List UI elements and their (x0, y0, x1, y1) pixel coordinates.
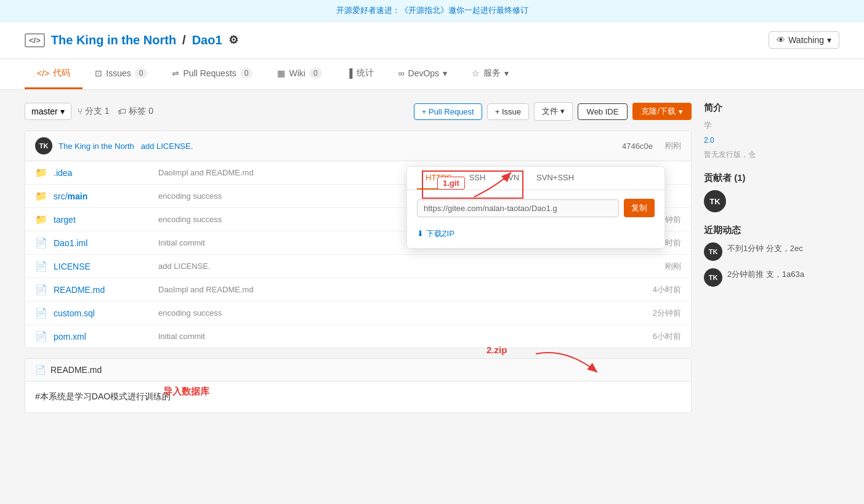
webide-button[interactable]: Web IDE (578, 103, 628, 120)
repo-separator: / (182, 33, 186, 47)
copy-button[interactable]: 复制 (624, 199, 655, 217)
intro-section: 简介 学 2.0 暂无发行版，仓 (704, 102, 839, 160)
tab-pr-icon: ⇌ (172, 68, 179, 78)
file-button[interactable]: 文件 ▾ (534, 102, 573, 121)
file-time: 刚刚 (632, 261, 681, 272)
tab-issues-badge: 0 (135, 68, 148, 78)
contributor-avatar: TK (704, 190, 726, 212)
file-name[interactable]: target (54, 215, 152, 225)
file-icon: 📄 (35, 237, 47, 249)
file-time: 6小时前 (632, 331, 681, 342)
file-name[interactable]: Dao1.iml (54, 238, 152, 248)
readme-file-icon: 📄 (35, 365, 46, 375)
commit-author[interactable]: The King in the North (59, 142, 134, 151)
clone-arrow: ▾ (679, 107, 683, 116)
pull-request-button[interactable]: + Pull Request (414, 103, 482, 120)
clone-tab-svn[interactable]: SVN (494, 167, 528, 190)
tab-pullrequests[interactable]: ⇌ Pull Requests 0 (159, 60, 265, 89)
activity-section: 近期动态 TK 不到1分钟 分支，2ec TK 2分钟前推 支，1a63a (704, 225, 839, 287)
folder-icon: 📁 (35, 214, 47, 225)
clone-url-input[interactable]: https://gitee.com/nalan-taotao/Dao1.g (417, 199, 619, 217)
tab-services[interactable]: ☆ 服务 ▾ (459, 59, 521, 89)
branch-selector[interactable]: master ▾ (25, 103, 71, 120)
commit-header: TK The King in the North add LICENSE. 47… (25, 131, 691, 161)
file-commit: Initial commit (158, 332, 626, 341)
file-arrow: ▾ (560, 106, 565, 116)
file-name[interactable]: README.md (54, 285, 152, 295)
tab-stats[interactable]: ▐ 统计 (334, 59, 386, 89)
tab-devops[interactable]: ∞ DevOps ▾ (386, 60, 460, 89)
tab-code-label: 代码 (53, 68, 70, 79)
tab-code-icon: </> (37, 68, 49, 78)
readme-title: README.md (50, 365, 102, 375)
file-commit: DaoImpl and README.md (158, 285, 626, 294)
tab-issues-icon: ⊡ (95, 68, 102, 78)
file-icon: 📄 (35, 330, 47, 342)
commit-info: The King in the North add LICENSE. (59, 142, 193, 151)
clone-button[interactable]: 克隆/下载 ▾ (632, 103, 692, 120)
tab-pr-label: Pull Requests (183, 68, 236, 78)
clone-tab-ssh[interactable]: SSH (461, 167, 495, 190)
folder-icon: 📁 (35, 167, 47, 178)
repo-sidebar: 简介 学 2.0 暂无发行版，仓 贡献者 (1) TK 近期动态 (704, 102, 839, 413)
tab-code[interactable]: </> 代码 (25, 59, 83, 89)
contributor-item: TK (704, 190, 839, 212)
tab-services-icon: ☆ (472, 68, 480, 78)
activity-text: 2分钟前推 支，1a63a (727, 268, 804, 281)
file-name[interactable]: .idea (54, 168, 152, 178)
file-time: 4小时前 (632, 284, 681, 295)
tab-stats-icon: ▐ (347, 68, 353, 78)
code-icon: </> (25, 33, 45, 47)
issue-button[interactable]: + Issue (487, 103, 529, 120)
activity-avatar: TK (704, 242, 722, 261)
tab-wiki-badge: 0 (309, 68, 322, 78)
tab-issues[interactable]: ⊡ Issues 0 (83, 60, 159, 89)
eye-icon: 👁 (777, 35, 785, 45)
tab-devops-arrow: ▾ (443, 68, 447, 78)
commit-hash: 4746c0e (622, 142, 653, 151)
activity-item: TK 不到1分钟 分支，2ec (704, 242, 839, 261)
repo-header: </> The King in the North / Dao1 ⚙ 👁 Wat… (0, 22, 864, 59)
file-icon: 📄 (35, 284, 47, 295)
repo-name-link[interactable]: Dao1 (192, 33, 222, 47)
branch-icon: ⑂ (78, 106, 83, 116)
readme-header: 📄 README.md (25, 359, 691, 382)
committer-avatar: TK (35, 137, 52, 154)
banner-text: 开源爱好者速进：《开源指北》邀你一起进行最终修订 (336, 6, 528, 15)
file-commit: encoding success (158, 308, 626, 318)
file-name[interactable]: src/main (54, 191, 152, 201)
file-icon: 📄 (35, 307, 47, 319)
activity-text: 不到1分钟 分支，2ec (727, 242, 803, 255)
download-zip[interactable]: ⬇ 下载ZIP (407, 226, 664, 248)
toolbar: master ▾ ⑂ 分支 1 🏷 标签 0 + Pull Request + … (25, 102, 692, 121)
file-name[interactable]: pom.xml (54, 332, 152, 342)
file-time: 2分钟前 (632, 308, 681, 319)
branch-arrow: ▾ (60, 106, 65, 116)
repo-owner-link[interactable]: The King in the North (51, 33, 176, 47)
tab-pr-badge: 0 (240, 68, 253, 78)
nav-tabs: </> 代码 ⊡ Issues 0 ⇌ Pull Requests 0 ▦ Wi… (0, 59, 864, 90)
learn-link[interactable]: 学 (704, 120, 839, 131)
file-icon: 📄 (35, 260, 47, 272)
branches-count: ⑂ 分支 1 (78, 106, 110, 117)
release-text: 暂无发行版，仓 (704, 150, 839, 160)
intro-title: 简介 (704, 102, 839, 114)
folder-icon: 📁 (35, 190, 47, 202)
branch-name: master (31, 106, 58, 116)
tab-issues-label: Issues (106, 68, 131, 78)
settings-icon[interactable]: ⚙ (228, 33, 238, 47)
file-name[interactable]: LICENSE (54, 262, 152, 271)
activity-item: TK 2分钟前推 支，1a63a (704, 268, 839, 287)
tab-devops-icon: ∞ (398, 68, 405, 78)
tab-wiki[interactable]: ▦ Wiki 0 (265, 60, 334, 89)
clone-popup: HTTPS SSH SVN SVN+SSH https://gitee.com/… (406, 166, 665, 249)
tab-services-label: 服务 (483, 68, 501, 79)
repo-main: master ▾ ⑂ 分支 1 🏷 标签 0 + Pull Request + … (25, 102, 692, 413)
clone-tab-https[interactable]: HTTPS (417, 167, 461, 190)
toolbar-right: + Pull Request + Issue 文件 ▾ Web IDE 克隆/下… (414, 102, 692, 121)
file-name[interactable]: custom.sql (54, 308, 152, 318)
readme-section: 📄 README.md #本系统是学习DAO模式进行训练的 (25, 358, 692, 413)
clone-tab-svn-ssh[interactable]: SVN+SSH (528, 167, 583, 190)
commit-message[interactable]: add LICENSE. (141, 142, 193, 151)
watching-button[interactable]: 👁 Watching ▾ (769, 31, 839, 49)
